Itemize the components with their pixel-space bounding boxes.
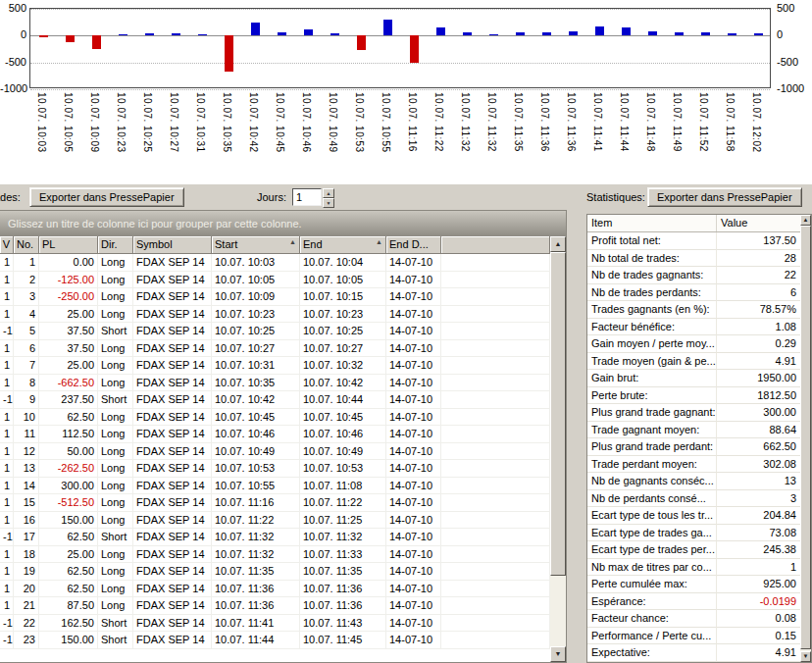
chart-gridline: [30, 35, 770, 36]
trade-row[interactable]: 115-512.50LongFDAX SEP 1410.07. 11:1610.…: [0, 494, 550, 512]
stat-row[interactable]: Nb de gagnants conséc...13: [587, 473, 800, 490]
trade-row[interactable]: 116150.00LongFDAX SEP 1410.07. 11:2210.0…: [0, 512, 550, 530]
scroll-up-icon[interactable]: ▲: [550, 236, 566, 252]
stat-row[interactable]: Nb de trades perdants:6: [587, 284, 800, 302]
chart-x-tick-label: 10.07. 10:09: [89, 92, 100, 153]
spinner-up-icon[interactable]: ▲: [323, 188, 334, 198]
scroll-thumb[interactable]: [800, 226, 811, 649]
trade-row[interactable]: 11962.50LongFDAX SEP 1410.07. 11:3510.07…: [0, 563, 550, 581]
cell-end_d: 14-07-10: [386, 546, 441, 564]
trade-row[interactable]: -19237.50ShortFDAX SEP 1410.07. 10:4210.…: [0, 391, 550, 409]
stat-value: 245.38: [717, 541, 800, 559]
trade-row[interactable]: 113-262.50LongFDAX SEP 1410.07. 10:5310.…: [0, 460, 550, 478]
stat-row[interactable]: Ecart type de trades per...245.38: [587, 541, 800, 559]
jours-label: Jours:: [257, 191, 286, 203]
stat-value: 204.84: [717, 507, 800, 525]
jours-input[interactable]: [292, 188, 322, 206]
stat-row[interactable]: Nb de trades gagnants:22: [587, 267, 800, 284]
stat-row[interactable]: Nb de perdants consé...3: [587, 490, 800, 508]
stat-row[interactable]: Trade perdant moyen:302.08: [587, 456, 800, 474]
column-header-dir[interactable]: Dir.: [98, 236, 133, 254]
cell-pl: 62.50: [39, 529, 98, 546]
cell-end_d: 14-07-10: [386, 615, 441, 633]
stat-row[interactable]: Perte brute:1812.50: [587, 387, 800, 405]
trade-row[interactable]: -122162.50ShortFDAX SEP 1410.07. 11:4110…: [0, 615, 550, 633]
trade-row[interactable]: 11062.50LongFDAX SEP 1410.07. 10:4510.07…: [0, 409, 550, 427]
stat-row[interactable]: Espérance:-0.0199: [587, 593, 800, 611]
stat-row[interactable]: Gain brut:1950.00: [587, 370, 800, 387]
stat-row[interactable]: Nb max de titres par co...1: [587, 559, 800, 577]
scroll-thumb[interactable]: [550, 252, 566, 576]
scroll-up-icon[interactable]: ▲: [800, 215, 811, 226]
stat-row[interactable]: Plus grand trade perdant:662.50: [587, 438, 800, 456]
stat-row[interactable]: Profit total net:137.50: [587, 232, 800, 250]
cell-filler: [441, 288, 550, 306]
trade-row[interactable]: 114300.00LongFDAX SEP 1410.07. 10:5510.0…: [0, 478, 550, 495]
stat-row[interactable]: Facteur chance:0.08: [587, 610, 800, 628]
cell-pl: -512.50: [39, 494, 98, 512]
trade-row[interactable]: -1537.50ShortFDAX SEP 1410.07. 10:2510.0…: [0, 323, 550, 340]
stats-vertical-scrollbar[interactable]: ▲ ▼: [800, 215, 811, 662]
column-header-end_d[interactable]: End D...: [386, 236, 441, 254]
stat-row[interactable]: Plus grand trade gagnant:300.00: [587, 404, 800, 422]
trade-row[interactable]: -123150.00ShortFDAX SEP 1410.07. 11:4410…: [0, 632, 550, 649]
cell-start: 10.07. 10:55: [212, 478, 300, 495]
trade-row[interactable]: 1637.50LongFDAX SEP 1410.07. 10:2710.07.…: [0, 340, 550, 358]
spinner-buttons: ▲ ▼: [323, 188, 334, 206]
stat-item-label: Nb total de trades:: [587, 250, 717, 268]
cell-pl: 62.50: [39, 409, 98, 427]
cell-pl: 37.50: [39, 340, 98, 358]
stat-row[interactable]: Ecart type de tous les tr...204.84: [587, 507, 800, 525]
stat-row[interactable]: Ecart type de trades ga...73.08: [587, 525, 800, 542]
export-trades-button[interactable]: Exporter dans PressePapier: [29, 187, 184, 207]
column-header-symbol[interactable]: Symbol: [133, 236, 212, 254]
trade-row[interactable]: 12-125.00LongFDAX SEP 1410.07. 10:0510.0…: [0, 272, 550, 289]
stat-value: 73.08: [717, 525, 800, 542]
grid-vertical-scrollbar[interactable]: ▲ ▼: [550, 236, 566, 662]
trade-row[interactable]: 11250.00LongFDAX SEP 1410.07. 10:4910.07…: [0, 443, 550, 461]
spinner-down-icon[interactable]: ▼: [323, 198, 334, 208]
trade-row[interactable]: 18-662.50LongFDAX SEP 1410.07. 10:3510.0…: [0, 375, 550, 392]
column-header-pl[interactable]: PL: [39, 236, 98, 254]
cell-no: 6: [14, 340, 39, 358]
stat-value: 13: [717, 473, 800, 490]
trade-row[interactable]: -11762.50ShortFDAX SEP 1410.07. 11:3210.…: [0, 529, 550, 546]
stat-row[interactable]: Expectative:4.91: [587, 644, 800, 662]
stat-row[interactable]: Perte cumulée max:925.00: [587, 576, 800, 593]
trade-row[interactable]: 110.00LongFDAX SEP 1410.07. 10:0310.07. …: [0, 254, 550, 272]
stat-value: 88.64: [717, 422, 800, 439]
cell-no: 23: [14, 632, 39, 649]
cell-filler: [441, 272, 550, 289]
column-header-end[interactable]: End▲: [300, 236, 386, 254]
stat-row[interactable]: Performance / Perte cu...0.15: [587, 628, 800, 645]
groupby-bar[interactable]: Glissez un titre de colonne ici pour gro…: [0, 211, 566, 236]
cell-end: 10.07. 11:33: [300, 546, 386, 564]
scroll-down-icon[interactable]: ▼: [550, 646, 566, 662]
trade-row[interactable]: 1425.00LongFDAX SEP 1410.07. 10:2310.07.…: [0, 306, 550, 324]
stats-header-item[interactable]: Item: [587, 215, 717, 231]
stat-row[interactable]: Trade moyen (gain & pe...4.91: [587, 353, 800, 371]
stat-row[interactable]: Trade gagnant moyen:88.64: [587, 422, 800, 439]
trade-row[interactable]: 1725.00LongFDAX SEP 1410.07. 10:3110.07.…: [0, 357, 550, 375]
cell-no: 21: [14, 597, 39, 615]
column-header-v[interactable]: V: [0, 236, 14, 254]
export-stats-button[interactable]: Exporter dans PressePapier: [647, 187, 802, 207]
trade-row[interactable]: 13-250.00LongFDAX SEP 1410.07. 10:0910.0…: [0, 288, 550, 306]
trade-row[interactable]: 12187.50LongFDAX SEP 1410.07. 11:3610.07…: [0, 597, 550, 615]
trade-row[interactable]: 111112.50LongFDAX SEP 1410.07. 10:4610.0…: [0, 426, 550, 443]
stat-row[interactable]: Gain moyen / perte moy...0.29: [587, 335, 800, 353]
column-header-no[interactable]: No.: [14, 236, 39, 254]
stat-row[interactable]: Nb total de trades:28: [587, 250, 800, 268]
trades-grid: Glissez un titre de colonne ici pour gro…: [0, 210, 567, 663]
scroll-down-icon[interactable]: ▼: [800, 651, 811, 662]
stats-header-value[interactable]: Value: [717, 215, 800, 231]
stat-row[interactable]: Trades gagnants (en %):78.57%: [587, 301, 800, 319]
stat-item-label: Nb de perdants consé...: [587, 490, 717, 508]
column-header-start[interactable]: Start▲: [212, 236, 300, 254]
stat-value: 28: [717, 250, 800, 268]
trade-row[interactable]: 12062.50LongFDAX SEP 1410.07. 11:3610.07…: [0, 581, 550, 598]
cell-end_d: 14-07-10: [386, 563, 441, 581]
stat-row[interactable]: Facteur bénéfice:1.08: [587, 319, 800, 336]
trade-row[interactable]: 11825.00LongFDAX SEP 1410.07. 11:3210.07…: [0, 546, 550, 564]
cell-start: 10.07. 10:53: [212, 460, 300, 478]
